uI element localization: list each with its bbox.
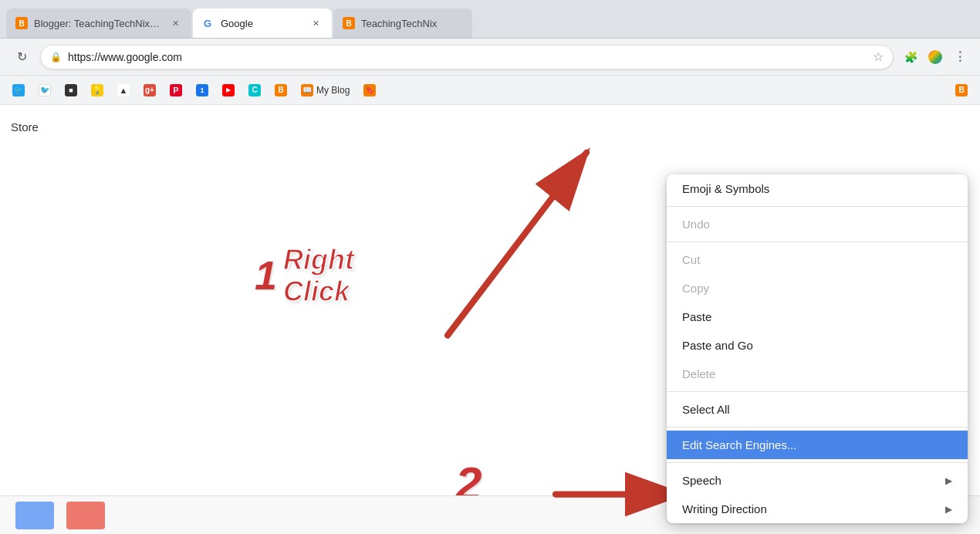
menu-divider-1 <box>667 206 968 207</box>
menu-item-delete-label: Delete <box>682 367 715 380</box>
refresh-button[interactable]: ↻ <box>9 45 34 69</box>
menu-item-writing-direction-label: Writing Direction <box>682 502 767 515</box>
menu-divider-4 <box>667 427 968 428</box>
extension-color-icon[interactable] <box>924 46 946 68</box>
svg-line-3 <box>448 153 586 336</box>
menu-divider-3 <box>667 391 968 392</box>
bookmark-gplus[interactable]: g+ <box>137 81 162 100</box>
tab-google[interactable]: G Google ✕ <box>193 8 332 38</box>
step1-annotation: 1 Right Click <box>255 244 354 308</box>
bookmark-bulb[interactable]: 💡 <box>85 81 110 100</box>
store-text: Store <box>11 120 39 134</box>
speech-arrow-icon: ▶ <box>945 475 952 486</box>
step1-right: Right <box>283 244 354 275</box>
bookmark-star-icon[interactable]: ☆ <box>873 49 884 64</box>
extension-puzzle-icon[interactable]: 🧩 <box>900 46 921 68</box>
menu-item-paste-go[interactable]: Paste and Go <box>667 331 968 360</box>
menu-item-select-all-label: Select All <box>682 403 730 416</box>
menu-item-undo-label: Undo <box>682 218 710 231</box>
bookmark-extra[interactable]: B <box>949 81 974 100</box>
toolbar-extensions: 🧩 ⋮ <box>900 46 971 68</box>
menu-item-emoji-label: Emoji & Symbols <box>682 182 769 195</box>
menu-item-cut-label: Cut <box>682 253 700 266</box>
menu-item-paste-label: Paste <box>682 310 711 323</box>
menu-item-speech[interactable]: Speech ▶ <box>667 466 968 495</box>
bookmark-clipboard[interactable]: ■ <box>59 81 83 100</box>
address-bar[interactable]: 🔒 https://www.google.com ☆ <box>40 45 894 69</box>
extra-icon: B <box>955 84 968 96</box>
calendar-icon: 1 <box>196 84 208 96</box>
tab-google-title: Google <box>221 18 302 29</box>
bookmark-twitter2[interactable]: 🐦 <box>32 81 57 100</box>
bookmark-last[interactable]: 🔖 <box>357 81 382 100</box>
bulb-icon: 💡 <box>91 84 103 96</box>
tab-blogger-title: Blogger: TeachingTechNix - Ed <box>34 18 162 29</box>
writing-direction-arrow-icon: ▶ <box>945 504 952 515</box>
browser-frame: B Blogger: TeachingTechNix - Ed ✕ G Goog… <box>0 0 980 534</box>
myblog-label: My Blog <box>316 85 350 96</box>
menu-item-cut[interactable]: Cut <box>667 245 968 274</box>
step1-click: Click <box>283 275 354 307</box>
menu-item-copy[interactable]: Copy <box>667 274 968 302</box>
youtube-icon: ▶ <box>222 84 235 96</box>
pinterest-icon: P <box>170 84 182 96</box>
tab-google-close[interactable]: ✕ <box>309 16 323 30</box>
twitter-blue-icon: 🐦 <box>12 84 25 96</box>
blogger-icon2: B <box>275 84 287 96</box>
bookmark-last-icon: 🔖 <box>363 84 376 96</box>
bookmark-youtube[interactable]: ▶ <box>216 81 241 100</box>
menu-item-select-all[interactable]: Select All <box>667 395 968 424</box>
tab-blogger-close[interactable]: ✕ <box>168 16 182 30</box>
bookmark-canva[interactable]: C <box>242 81 267 100</box>
main-content: Store 1 Right Click 2 <box>0 105 980 534</box>
tab-technix-title: TeachingTechNix <box>361 18 463 29</box>
tab-bar: B Blogger: TeachingTechNix - Ed ✕ G Goog… <box>0 0 980 39</box>
menu-item-paste-go-label: Paste and Go <box>682 339 753 352</box>
tab-teachingtechnix[interactable]: B TeachingTechNix <box>333 8 472 38</box>
menu-divider-2 <box>667 242 968 242</box>
step1-number: 1 <box>255 255 277 296</box>
gplus-icon: g+ <box>144 84 156 96</box>
svg-text:G: G <box>204 18 211 29</box>
technix-favicon: B <box>343 17 355 29</box>
step1-label: Right Click <box>283 244 354 308</box>
canva-icon: C <box>248 84 261 96</box>
twitter-white-icon: 🐦 <box>39 84 51 96</box>
bookmark-myblog[interactable]: 📖 My Blog <box>295 81 356 100</box>
menu-item-edit-search-label: Edit Search Engines... <box>682 438 796 451</box>
menu-item-undo[interactable]: Undo <box>667 210 968 238</box>
myblog-icon: 📖 <box>301 84 313 96</box>
gdrive-icon: ▲ <box>117 84 130 96</box>
menu-divider-5 <box>667 462 968 463</box>
lock-icon: 🔒 <box>50 52 62 63</box>
menu-item-paste[interactable]: Paste <box>667 302 968 331</box>
bookmark-pinterest[interactable]: P <box>164 81 188 100</box>
bottom-bar-item2 <box>66 502 105 529</box>
toolbar: ↻ 🔒 https://www.google.com ☆ 🧩 ⋮ <box>0 39 980 76</box>
blogger-favicon: B <box>15 17 28 29</box>
bookmark-calendar[interactable]: 1 <box>190 81 215 100</box>
menu-item-speech-label: Speech <box>682 474 721 487</box>
menu-item-edit-search[interactable]: Edit Search Engines... <box>667 431 968 459</box>
bookmark-gdrive[interactable]: ▲ <box>111 81 136 100</box>
menu-item-delete[interactable]: Delete <box>667 360 968 388</box>
menu-item-emoji[interactable]: Emoji & Symbols <box>667 174 968 203</box>
bottom-bar-item1 <box>15 502 54 529</box>
context-menu: Emoji & Symbols Undo Cut Copy Paste Pas <box>667 174 968 523</box>
menu-item-copy-label: Copy <box>682 282 709 295</box>
menu-item-writing-direction[interactable]: Writing Direction ▶ <box>667 495 968 523</box>
bookmark-blogger[interactable]: B <box>269 81 293 100</box>
url-text: https://www.google.com <box>68 51 867 63</box>
bookmark-twitter1[interactable]: 🐦 <box>6 81 31 100</box>
clipboard-icon: ■ <box>65 84 77 96</box>
google-favicon: G <box>202 17 215 29</box>
bookmarks-bar: 🐦 🐦 ■ 💡 ▲ g+ <box>0 76 980 105</box>
menu-dots-icon[interactable]: ⋮ <box>949 46 971 68</box>
tab-blogger[interactable]: B Blogger: TeachingTechNix - Ed ✕ <box>6 8 191 38</box>
